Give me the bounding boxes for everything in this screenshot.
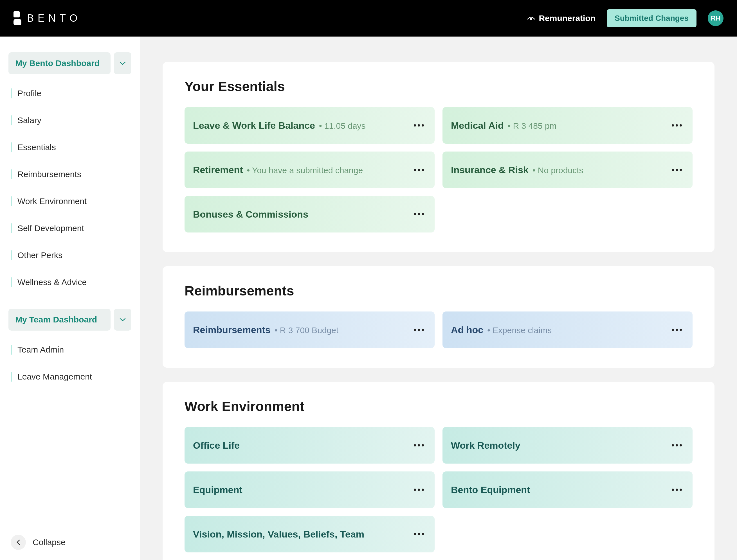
card-title: Bento Equipment [451, 484, 530, 495]
card-bonuses-commissions[interactable]: Bonuses & Commissions [184, 196, 435, 232]
sidebar-item-leave-management[interactable]: Leave Management [8, 366, 131, 387]
sidebar-item-label: Essentials [17, 143, 56, 152]
more-icon[interactable] [412, 122, 426, 129]
more-icon[interactable] [412, 211, 426, 218]
card-work-remotely[interactable]: Work Remotely [443, 427, 693, 464]
card-subtitle: • Expense claims [487, 326, 552, 335]
card-title: Vision, Mission, Values, Beliefs, Team [193, 529, 364, 540]
chevron-left-icon [16, 539, 21, 545]
section-your-essentials: Your Essentials Leave & Work Life Balanc… [163, 62, 715, 252]
card-medical-aid[interactable]: Medical Aid • R 3 485 pm [443, 107, 693, 144]
card-equipment[interactable]: Equipment [184, 471, 435, 508]
more-icon[interactable] [412, 442, 426, 449]
card-bento-equipment[interactable]: Bento Equipment [443, 471, 693, 508]
more-icon[interactable] [412, 166, 426, 173]
card-title: Equipment [193, 484, 242, 495]
card-title: Retirement [193, 164, 243, 175]
sidebar-group-toggle-my-team[interactable] [114, 309, 131, 331]
card-leave-work-life-balance[interactable]: Leave & Work Life Balance • 11.05 days [184, 107, 435, 144]
card-subtitle: • No products [533, 166, 583, 175]
main-content: Your Essentials Leave & Work Life Balanc… [140, 37, 737, 560]
card-subtitle: • R 3 700 Budget [274, 326, 338, 335]
sidebar-group-my-team[interactable]: My Team Dashboard [8, 309, 111, 331]
eye-icon [527, 15, 535, 21]
card-title: Insurance & Risk [451, 164, 529, 175]
sidebar-item-label: Profile [17, 89, 41, 98]
sidebar-item-essentials[interactable]: Essentials [8, 137, 131, 158]
more-icon[interactable] [412, 531, 426, 538]
card-reimbursements[interactable]: Reimbursements • R 3 700 Budget [184, 311, 435, 348]
card-retirement[interactable]: Retirement • You have a submitted change [184, 152, 435, 188]
sidebar-item-label: Leave Management [17, 372, 92, 381]
card-title: Work Remotely [451, 440, 520, 451]
sidebar-item-label: Self Development [17, 223, 84, 233]
section-work-environment: Work Environment Office Life Work Remote… [163, 382, 715, 560]
submitted-changes-button[interactable]: Submitted Changes [607, 9, 697, 27]
sidebar-item-other-perks[interactable]: Other Perks [8, 245, 131, 266]
section-title: Reimbursements [184, 283, 693, 299]
sidebar-item-profile[interactable]: Profile [8, 83, 131, 104]
sidebar-item-salary[interactable]: Salary [8, 110, 131, 131]
card-subtitle: • You have a submitted change [247, 166, 363, 175]
sidebar-item-label: Salary [17, 116, 41, 125]
app-header: BENTO Remuneration Submitted Changes RH [0, 0, 737, 37]
more-icon[interactable] [670, 122, 684, 129]
sidebar-item-self-development[interactable]: Self Development [8, 218, 131, 239]
more-icon[interactable] [670, 486, 684, 493]
card-subtitle: • R 3 485 pm [508, 121, 557, 131]
card-subtitle: • 11.05 days [319, 121, 366, 131]
sidebar-item-label: Wellness & Advice [17, 277, 87, 287]
card-title: Medical Aid [451, 120, 504, 131]
card-title: Reimbursements [193, 324, 270, 335]
more-icon[interactable] [670, 326, 684, 333]
sidebar-item-work-environment[interactable]: Work Environment [8, 191, 131, 212]
card-title: Leave & Work Life Balance [193, 120, 315, 131]
sidebar-item-reimbursements[interactable]: Reimbursements [8, 164, 131, 185]
more-icon[interactable] [412, 326, 426, 333]
more-icon[interactable] [670, 166, 684, 173]
card-title: Bonuses & Commissions [193, 209, 308, 220]
sidebar-item-label: Other Perks [17, 250, 62, 260]
more-icon[interactable] [412, 486, 426, 493]
sidebar-item-team-admin[interactable]: Team Admin [8, 339, 131, 360]
logo[interactable]: BENTO [13, 11, 81, 25]
card-ad-hoc[interactable]: Ad hoc • Expense claims [443, 311, 693, 348]
sidebar-item-wellness-advice[interactable]: Wellness & Advice [8, 272, 131, 293]
sidebar-item-label: Work Environment [17, 197, 87, 206]
card-office-life[interactable]: Office Life [184, 427, 435, 464]
brand-name: BENTO [27, 12, 81, 24]
header-actions: Remuneration Submitted Changes RH [527, 9, 724, 27]
section-title: Your Essentials [184, 79, 693, 94]
logo-icon [13, 11, 21, 25]
sidebar-group-toggle-my-bento[interactable] [114, 52, 131, 74]
remuneration-link[interactable]: Remuneration [527, 13, 596, 23]
remuneration-label: Remuneration [539, 13, 596, 23]
chevron-down-icon [119, 318, 126, 322]
sidebar: My Bento Dashboard Profile Salary Essent… [0, 37, 140, 560]
section-reimbursements: Reimbursements Reimbursements • R 3 700 … [163, 266, 715, 368]
card-insurance-risk[interactable]: Insurance & Risk • No products [443, 152, 693, 188]
card-vision-mission-values[interactable]: Vision, Mission, Values, Beliefs, Team [184, 516, 435, 552]
chevron-down-icon [119, 61, 126, 65]
card-title: Ad hoc [451, 324, 483, 335]
svg-point-0 [530, 18, 532, 20]
section-title: Work Environment [184, 399, 693, 414]
avatar[interactable]: RH [708, 10, 724, 26]
sidebar-item-label: Team Admin [17, 345, 64, 354]
sidebar-group-my-bento[interactable]: My Bento Dashboard [8, 52, 111, 74]
more-icon[interactable] [670, 442, 684, 449]
collapse-sidebar-button[interactable]: Collapse [8, 530, 131, 554]
card-title: Office Life [193, 440, 240, 451]
sidebar-item-label: Reimbursements [17, 170, 81, 179]
collapse-label: Collapse [33, 538, 66, 547]
